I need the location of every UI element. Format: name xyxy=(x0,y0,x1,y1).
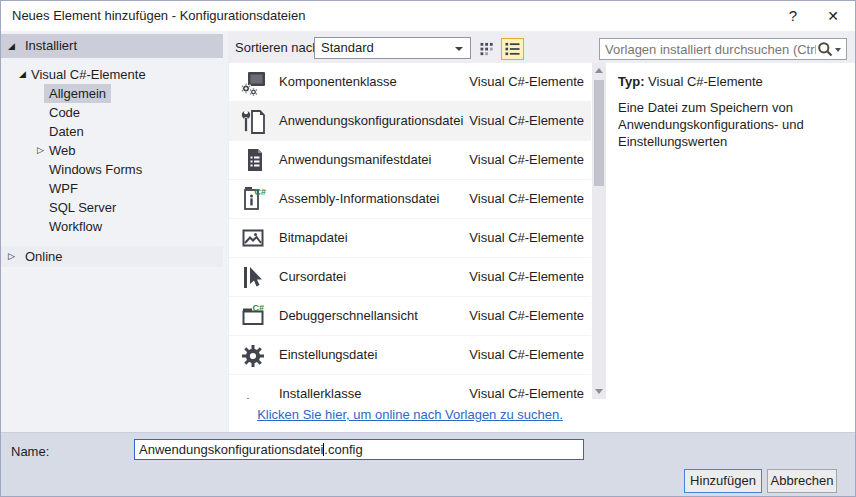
template-list: KomponentenklasseVisual C#-ElementeAnwen… xyxy=(229,63,591,399)
template-name: Einstellungsdatei xyxy=(279,336,377,374)
app-manifest-icon xyxy=(239,146,267,174)
name-value: Anwendungskonfigurationsdatei xyxy=(139,442,323,457)
vertical-scrollbar[interactable] xyxy=(592,63,606,399)
sidebar-item-workflow[interactable]: Workflow xyxy=(1,217,223,236)
template-name: Anwendungsmanifestdatei xyxy=(279,141,432,179)
scroll-down-icon[interactable] xyxy=(595,389,603,394)
template-description: Eine Datei zum Speichern von Anwendungsk… xyxy=(618,99,838,150)
sidebar-item-windows-forms[interactable]: Windows Forms xyxy=(1,160,223,179)
sidebar-item-allgemein[interactable]: Allgemein xyxy=(1,84,223,103)
svg-text:C#: C# xyxy=(255,187,267,197)
sidebar-item-label: Windows Forms xyxy=(49,160,142,179)
sidebar-item-sql-server[interactable]: SQL Server xyxy=(1,198,223,217)
sidebar-item-label: Code xyxy=(49,103,80,122)
template-type: Visual C#-Elemente xyxy=(469,63,584,101)
search-dropdown-icon[interactable] xyxy=(834,38,846,60)
type-label: Typ: xyxy=(618,74,644,89)
svg-text:C#: C# xyxy=(253,303,265,313)
sidebar-item-label: Web xyxy=(49,141,76,160)
template-type: Visual C#-Elemente xyxy=(469,258,584,296)
collapse-triangle-icon[interactable]: ▷ xyxy=(37,141,44,160)
online-label: Online xyxy=(25,246,63,267)
cursor-icon xyxy=(239,263,267,291)
sort-select[interactable]: Standard xyxy=(314,37,471,59)
sort-by-label: Sortieren nach: xyxy=(235,40,323,55)
help-button[interactable]: ? xyxy=(775,1,811,31)
collapse-triangle-icon: ▷ xyxy=(8,246,15,267)
template-row-cursordatei[interactable]: CursordateiVisual C#-Elemente xyxy=(229,258,591,297)
template-row-assembly-informationsdatei[interactable]: C#Assembly-InformationsdateiVisual C#-El… xyxy=(229,180,591,219)
details-panel: Typ: Visual C#-Elemente Eine Datei zum S… xyxy=(606,63,855,432)
sidebar-item-daten[interactable]: Daten xyxy=(1,122,223,141)
template-type: Visual C#-Elemente xyxy=(469,297,584,335)
sidebar-item-web[interactable]: ▷Web xyxy=(1,141,223,160)
assembly-info-icon: C# xyxy=(239,185,267,213)
category-sidebar: ◢ Installiert ◢Visual C#-ElementeAllgeme… xyxy=(1,31,228,434)
template-name: Installerklasse xyxy=(279,375,361,399)
quickwatch-folder-icon: C# xyxy=(239,302,267,330)
template-row-komponentenklasse[interactable]: KomponentenklasseVisual C#-Elemente xyxy=(229,63,591,102)
expand-triangle-icon: ◢ xyxy=(8,34,15,58)
sidebar-item-label: SQL Server xyxy=(49,198,116,217)
bitmap-icon xyxy=(239,224,267,252)
add-button[interactable]: Hinzufügen xyxy=(684,469,762,493)
template-name: Debuggerschnellansicht xyxy=(279,297,418,335)
sidebar-item-label: Workflow xyxy=(49,217,102,236)
template-row-anwendungskonfigurationsdatei[interactable]: AnwendungskonfigurationsdateiVisual C#-E… xyxy=(229,102,591,141)
sidebar-item-wpf[interactable]: WPF xyxy=(1,179,223,198)
installed-label: Installiert xyxy=(25,34,77,58)
add-new-item-dialog: Neues Element hinzufügen - Konfiguration… xyxy=(0,0,856,497)
search-icon xyxy=(817,41,833,57)
close-button[interactable]: ✕ xyxy=(815,1,851,31)
template-name: Komponentenklasse xyxy=(279,63,397,101)
title-bar: Neues Element hinzufügen - Konfiguration… xyxy=(1,1,855,31)
sidebar-item-label: Allgemein xyxy=(44,84,111,103)
sidebar-item-code[interactable]: Code xyxy=(1,103,223,122)
cancel-button[interactable]: Abbrechen xyxy=(767,469,837,493)
sort-select-value: Standard xyxy=(321,40,374,55)
template-row-bitmapdatei[interactable]: BitmapdateiVisual C#-Elemente xyxy=(229,219,591,258)
type-value: Visual C#-Elemente xyxy=(648,74,763,89)
template-row-debuggerschnellansicht[interactable]: C#DebuggerschnellansichtVisual C#-Elemen… xyxy=(229,297,591,336)
sidebar-section-online[interactable]: ▷ Online xyxy=(1,246,223,267)
scroll-up-icon[interactable] xyxy=(595,68,603,73)
search-input[interactable] xyxy=(600,42,816,57)
name-input[interactable]: Anwendungskonfigurationsdatei.config xyxy=(134,439,584,460)
template-type: Visual C#-Elemente xyxy=(469,102,584,140)
small-icons-view-icon xyxy=(480,42,496,57)
template-name: Cursordatei xyxy=(279,258,346,296)
small-icons-view-button[interactable] xyxy=(476,38,499,60)
template-row-einstellungsdatei[interactable]: EinstellungsdateiVisual C#-Elemente xyxy=(229,336,591,375)
sidebar-item-label: Visual C#-Elemente xyxy=(31,65,146,84)
footer-bar: Name: Anwendungskonfigurationsdatei.conf… xyxy=(1,432,855,496)
template-search-box xyxy=(599,38,847,60)
window-title: Neues Element hinzufügen - Konfiguration… xyxy=(12,8,305,23)
template-type: Visual C#-Elemente xyxy=(469,219,584,257)
component-class-icon xyxy=(239,68,267,96)
sidebar-item-visual-c-elemente[interactable]: ◢Visual C#-Elemente xyxy=(1,65,223,84)
template-row-anwendungsmanifestdatei[interactable]: AnwendungsmanifestdateiVisual C#-Element… xyxy=(229,141,591,180)
online-templates-link[interactable]: Klicken Sie hier, um online nach Vorlage… xyxy=(257,407,563,422)
installer-class-icon xyxy=(239,380,267,399)
list-view-button[interactable] xyxy=(501,38,524,60)
template-type: Visual C#-Elemente xyxy=(469,180,584,218)
name-value-extension: .config xyxy=(324,442,362,457)
settings-gear-icon xyxy=(239,341,267,369)
list-toolbar: Sortieren nach: Standard xyxy=(229,31,855,63)
template-name: Assembly-Informationsdatei xyxy=(279,180,439,218)
template-name: Bitmapdatei xyxy=(279,219,348,257)
template-type: Visual C#-Elemente xyxy=(469,375,584,399)
sidebar-section-installed[interactable]: ◢ Installiert xyxy=(1,34,223,58)
template-row-installerklasse[interactable]: InstallerklasseVisual C#-Elemente xyxy=(229,375,591,399)
template-type: Visual C#-Elemente xyxy=(469,141,584,179)
online-link-row: Klicken Sie hier, um online nach Vorlage… xyxy=(229,401,591,431)
scrollbar-thumb[interactable] xyxy=(594,80,604,186)
sidebar-item-label: WPF xyxy=(49,179,78,198)
chevron-down-icon xyxy=(455,47,463,51)
list-view-icon xyxy=(505,42,520,56)
template-name: Anwendungskonfigurationsdatei xyxy=(279,102,463,140)
name-label: Name: xyxy=(11,444,49,459)
expand-triangle-icon[interactable]: ◢ xyxy=(19,65,26,84)
template-type: Visual C#-Elemente xyxy=(469,336,584,374)
app-config-icon xyxy=(239,107,267,135)
